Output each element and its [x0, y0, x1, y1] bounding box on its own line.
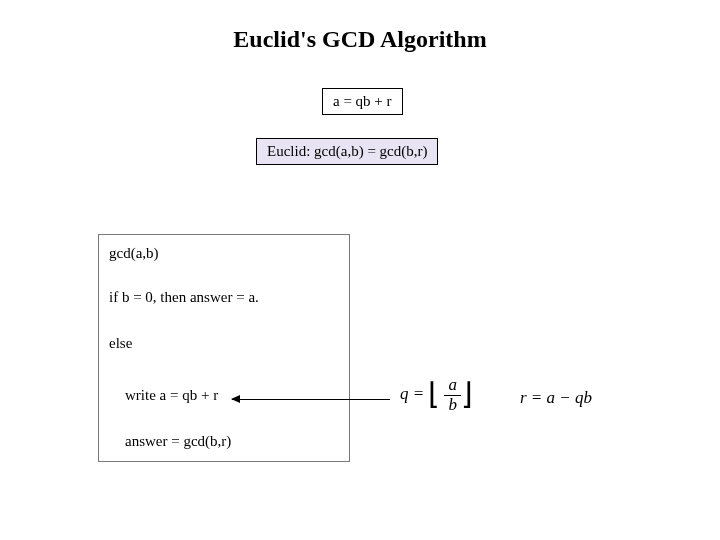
algo-line-base: if b = 0, then answer = a. — [109, 289, 259, 306]
floor-left-icon: ⌊ — [428, 376, 440, 411]
algo-line-else: else — [109, 335, 132, 352]
algorithm-box: gcd(a,b) if b = 0, then answer = a. else… — [98, 234, 350, 462]
algo-line-answer: answer = gcd(b,r) — [125, 433, 231, 450]
algo-line-write: write a = qb + r — [125, 387, 218, 404]
algo-line-header: gcd(a,b) — [109, 245, 159, 262]
r-formula: r = a − qb — [520, 388, 592, 408]
arrow-to-write-step — [232, 399, 390, 400]
frac-den: b — [444, 396, 461, 415]
floor-right-icon: ⌋ — [461, 376, 473, 411]
slide-title: Euclid's GCD Algorithm — [0, 26, 720, 53]
euclid-identity-box: Euclid: gcd(a,b) = gcd(b,r) — [256, 138, 438, 165]
division-equation-box: a = qb + r — [322, 88, 403, 115]
frac-num: a — [444, 376, 461, 396]
q-formula: q = ⌊ab⌋ — [400, 376, 473, 414]
fraction: ab — [444, 376, 461, 414]
q-lhs: q = — [400, 384, 428, 403]
